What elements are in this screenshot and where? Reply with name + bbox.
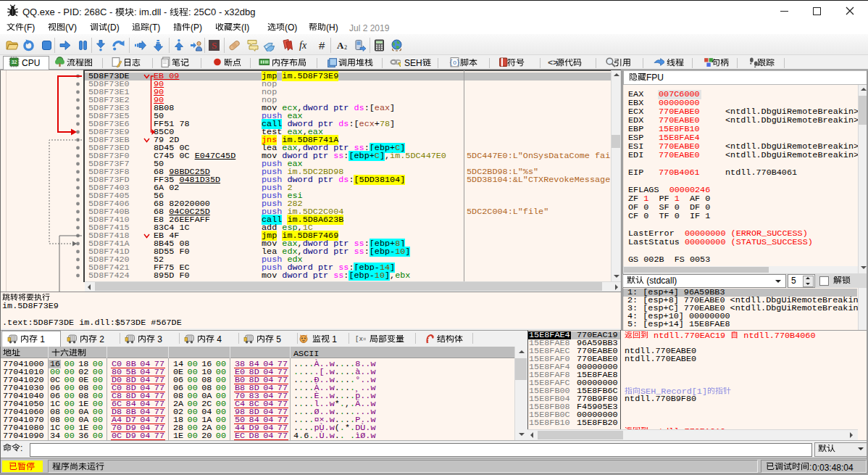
svg-text:{o}: {o} bbox=[449, 59, 460, 67]
svg-text:A: A bbox=[337, 40, 344, 51]
svg-text:#: # bbox=[319, 39, 325, 51]
svg-text:S: S bbox=[212, 40, 217, 51]
svg-text:[x=]: [x=] bbox=[355, 336, 366, 343]
svg-text:2: 2 bbox=[344, 44, 347, 51]
svg-text:32: 32 bbox=[12, 59, 17, 65]
svg-text:fx: fx bbox=[299, 40, 307, 51]
